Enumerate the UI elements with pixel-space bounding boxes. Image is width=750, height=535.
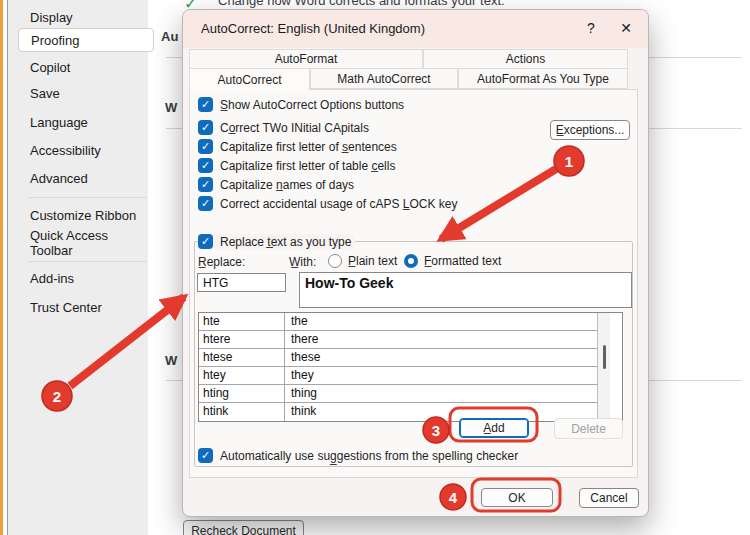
replace-cell: htere	[199, 331, 285, 348]
sidebar-item-add-ins[interactable]: Add-ins	[18, 266, 154, 290]
with-cell: the	[285, 313, 308, 330]
checkbox-checked-icon: ✓	[198, 97, 213, 112]
proofing-section-caption: Change how Word corrects and formats you…	[218, 0, 505, 8]
sidebar-item-proofing[interactable]: Proofing	[18, 28, 154, 52]
checkbox-checked-icon: ✓	[198, 196, 213, 211]
table-row[interactable]: htey they	[199, 367, 597, 385]
sidebar-item-accessibility[interactable]: Accessibility	[18, 138, 154, 162]
sidebar-item-customize-ribbon[interactable]: Customize Ribbon	[18, 203, 154, 227]
checkbox-checked-icon: ✓	[198, 177, 213, 192]
replace-label: R̲eplace:	[198, 255, 245, 269]
autocorrect-dialog: AutoCorrect: English (United Kingdom) ? …	[182, 9, 649, 517]
checkbox-capitalize-table-cells[interactable]: ✓ Capitalize first letter of table c̲ell…	[198, 158, 395, 173]
table-row[interactable]: htink think	[199, 403, 597, 421]
checkbox-label: Replace t̲ext as you type	[220, 235, 351, 249]
with-cell: these	[285, 349, 320, 366]
checkbox-checked-icon: ✓	[198, 158, 213, 173]
table-row[interactable]: hting thing	[199, 385, 597, 403]
checkbox-checked-icon: ✓	[198, 139, 213, 154]
checkbox-checked-icon: ✓	[198, 234, 213, 249]
checkbox-label: Correct accidental usage of cAPS L̲OCK k…	[220, 197, 457, 211]
sidebar-item-quick-access-toolbar[interactable]: Quick Access Toolbar	[18, 231, 154, 255]
checkbox-label: Capitalize first letter of s̲entences	[220, 140, 397, 154]
tab-math-autocorrect[interactable]: Math AutoCorrect	[310, 68, 458, 89]
sidebar-item-trust-center[interactable]: Trust Center	[18, 295, 154, 319]
checkbox-caps-lock[interactable]: ✓ Correct accidental usage of cAPS L̲OCK…	[198, 196, 457, 211]
ok-button[interactable]: OK	[481, 488, 553, 507]
replace-cell: htink	[199, 403, 285, 421]
dialog-title: AutoCorrect: English (United Kingdom)	[201, 21, 425, 36]
cancel-button[interactable]: Cancel	[579, 488, 639, 508]
when-correcting-heading-fragment-2: W	[165, 353, 177, 368]
exceptions-button[interactable]: E̲xceptions...	[550, 120, 630, 140]
sidebar-item-copilot[interactable]: Copilot	[18, 55, 154, 79]
with-label: W̲ith:	[289, 255, 316, 269]
checkbox-checked-icon: ✓	[198, 120, 213, 135]
radio-label: P̲lain text	[348, 254, 397, 268]
screenshot-root: ✓ Change how Word corrects and formats y…	[0, 0, 750, 535]
table-row[interactable]: htere there	[199, 331, 597, 349]
recheck-document-button[interactable]: Recheck Document	[183, 520, 304, 535]
when-correcting-heading-fragment-1: W	[165, 100, 177, 115]
sidebar-divider-2	[28, 261, 146, 262]
add-button[interactable]: A̲dd	[459, 418, 529, 438]
checkbox-spelling-suggestions[interactable]: ✓ Automatically use sug̲gestions from th…	[198, 448, 518, 463]
checkbox-capitalize-sentences[interactable]: ✓ Capitalize first letter of s̲entences	[198, 139, 397, 154]
options-sidebar: Display Proofing Copilot Save Language A…	[8, 0, 148, 535]
sidebar-item-display[interactable]: Display	[18, 5, 154, 29]
checkbox-correct-two-initial-capitals[interactable]: ✓ Co̲rrect TWo INitial CApitals	[198, 120, 369, 135]
sidebar-item-advanced[interactable]: Advanced	[18, 166, 154, 190]
checkbox-show-autocorrect-options[interactable]: ✓ S̲how AutoCorrect Options buttons	[198, 97, 404, 112]
replace-cell: hting	[199, 385, 285, 402]
with-cell: think	[285, 403, 316, 421]
table-scrollbar[interactable]	[597, 313, 610, 421]
replace-input[interactable]: HTG	[197, 273, 286, 292]
close-icon[interactable]: ✕	[617, 20, 635, 38]
sidebar-divider-1	[28, 197, 146, 198]
delete-button[interactable]: Delete	[554, 418, 623, 439]
with-cell: they	[285, 367, 314, 384]
radio-formatted-text[interactable]: F̲ormatted text	[404, 254, 501, 268]
checkbox-label: S̲how AutoCorrect Options buttons	[220, 98, 404, 112]
tab-autoformat[interactable]: AutoFormat	[189, 49, 423, 69]
help-icon[interactable]: ?	[582, 20, 600, 38]
radio-on-icon	[404, 254, 418, 268]
checkbox-replace-text-as-you-type[interactable]: ✓ Replace t̲ext as you type	[198, 234, 355, 249]
sidebar-item-language[interactable]: Language	[18, 110, 154, 134]
replace-cell: htey	[199, 367, 285, 384]
radio-label: F̲ormatted text	[424, 254, 501, 268]
autocorrect-options-heading-fragment: Au	[161, 29, 178, 44]
dialog-titlebar[interactable]: AutoCorrect: English (United Kingdom) ? …	[183, 10, 648, 48]
with-cell: thing	[285, 385, 317, 402]
checkbox-checked-icon: ✓	[198, 448, 213, 463]
sidebar-item-save[interactable]: Save	[18, 81, 154, 105]
radio-plain-text[interactable]: P̲lain text	[328, 254, 397, 268]
replace-cell: htese	[199, 349, 285, 366]
tab-autoformat-as-you-type[interactable]: AutoFormat As You Type	[458, 68, 628, 89]
scrollbar-thumb[interactable]	[603, 345, 606, 369]
tab-autocorrect[interactable]: AutoCorrect	[189, 68, 310, 90]
table-row[interactable]: hte the	[199, 313, 597, 331]
checkbox-label: Automatically use sug̲gestions from the …	[220, 449, 518, 463]
with-cell: there	[285, 331, 318, 348]
with-input[interactable]: How-To Geek	[299, 272, 632, 308]
tab-actions[interactable]: Actions	[423, 49, 628, 69]
autocorrect-entries-table[interactable]: hte the htere there htese these htey the…	[198, 312, 623, 422]
table-row[interactable]: htese these	[199, 349, 597, 367]
checkbox-label: Capitalize first letter of table c̲ells	[220, 159, 395, 173]
checkbox-label: Co̲rrect TWo INitial CApitals	[220, 121, 369, 135]
checkbox-label: Capitalize n̲ames of days	[220, 178, 354, 192]
radio-off-icon	[328, 254, 342, 268]
screenshot-edge-accent	[0, 0, 3, 535]
checkbox-capitalize-days[interactable]: ✓ Capitalize n̲ames of days	[198, 177, 354, 192]
replace-cell: hte	[199, 313, 285, 330]
